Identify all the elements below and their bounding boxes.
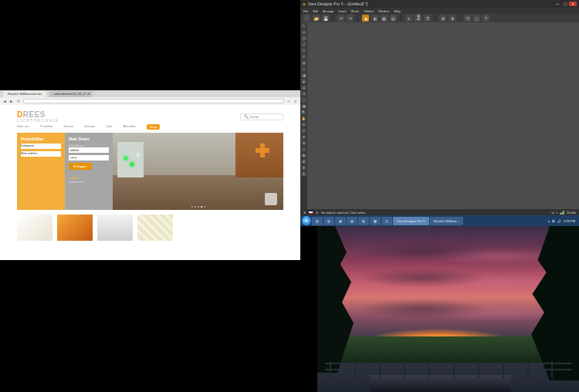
transparency-tool-icon[interactable]: ◌ — [301, 66, 306, 72]
task-5[interactable]: ▨ — [358, 217, 369, 225]
help-icon[interactable]: ? — [482, 15, 489, 22]
nav-jobs[interactable]: Jobs — [106, 124, 112, 130]
start-button[interactable]: ⊞ — [302, 216, 311, 225]
thumb-1[interactable] — [17, 215, 52, 241]
extra9-tool-icon[interactable]: ✣ — [301, 171, 306, 177]
task-1[interactable]: ▤ — [312, 217, 323, 225]
menu-insert[interactable]: Insert — [339, 9, 347, 13]
close-button[interactable]: ✕ — [569, 2, 577, 6]
snap-icon[interactable]: ❖ — [449, 15, 455, 22]
menu-file[interactable]: File — [303, 9, 308, 13]
browser-tab-1[interactable]: Herzlich Willkommen bei — [3, 91, 46, 97]
system-tray[interactable]: ▴ 🖧 🔊 2:09 PM — [548, 219, 577, 223]
nav-contact[interactable]: Kontakt — [85, 124, 96, 130]
tray-chevron-icon[interactable]: ▴ — [548, 219, 550, 223]
menu-share[interactable]: Share — [351, 9, 360, 13]
fill-tool-icon[interactable]: ◍ — [301, 60, 306, 66]
back-icon[interactable]: ◀ — [2, 99, 7, 103]
minimize-button[interactable]: — — [554, 2, 561, 6]
menu-utilities[interactable]: Utilities — [364, 9, 374, 13]
canvas-area[interactable] — [307, 22, 579, 209]
reload-icon[interactable]: ⟳ — [16, 99, 21, 103]
thumb-3[interactable] — [97, 215, 133, 241]
email-field[interactable] — [69, 147, 109, 153]
password-field[interactable] — [69, 155, 109, 161]
photo-tool-icon[interactable]: ▣ — [301, 103, 306, 109]
align-center-icon[interactable]: ≣ — [415, 15, 422, 22]
color-none-icon[interactable]: ⊘ — [316, 211, 318, 215]
gallery-icon[interactable]: ▢ — [473, 15, 480, 22]
blend-tool-icon[interactable]: ≋ — [301, 91, 306, 96]
nav-about[interactable]: Über uns — [17, 124, 29, 130]
tray-volume-icon[interactable]: 🔊 — [557, 219, 561, 223]
zoom-tool-icon[interactable]: 🔍 — [301, 110, 306, 115]
task-6[interactable]: ▩ — [370, 217, 381, 225]
tray-network-icon[interactable]: 🖧 — [552, 219, 555, 223]
extra5-tool-icon[interactable]: ☆ — [301, 147, 306, 152]
forward-icon[interactable]: ▶ — [9, 99, 14, 103]
bevel-tool-icon[interactable]: ◈ — [301, 79, 306, 84]
snap-indicator-icon[interactable]: ⌖ — [556, 211, 557, 215]
task-3[interactable]: ▦ — [335, 217, 346, 225]
extra7-tool-icon[interactable]: ✜ — [301, 159, 306, 164]
browser-tab-2[interactable]: safari-bestell-13_04_27.rtf — [49, 91, 93, 97]
live-drag-icon[interactable]: ⇲ — [551, 211, 554, 215]
nav-shop[interactable]: Shop — [147, 124, 160, 130]
undo-icon[interactable]: ↶ — [337, 15, 344, 22]
maximize-button[interactable]: ▢ — [561, 2, 569, 6]
contour-tool-icon[interactable]: ◎ — [301, 85, 306, 90]
star-icon[interactable]: ☆ — [286, 99, 291, 103]
status-swatch-icon[interactable]: ❉ — [303, 211, 306, 215]
grid-icon[interactable]: ⊞ — [439, 15, 446, 22]
url-input[interactable] — [23, 99, 284, 103]
align-right-icon[interactable]: ☰ — [424, 15, 431, 22]
menu-arrange[interactable]: Arrange — [323, 9, 334, 13]
nav-service[interactable]: Service — [63, 124, 73, 130]
site-logo[interactable]: DREES LICHTTECHNIK — [17, 110, 59, 123]
filter-field-2[interactable]: Bitte wählen — [21, 151, 61, 157]
shape-tool-icon[interactable]: ▭ — [301, 29, 306, 35]
open-icon[interactable]: 📂 — [313, 15, 320, 22]
thumb-4[interactable] — [137, 215, 173, 241]
task-xara[interactable]: Xara Designer Pro X — [393, 217, 429, 225]
nav-products[interactable]: Produkte — [40, 124, 52, 130]
shadow-tool-icon[interactable]: ◪ — [301, 73, 306, 78]
new-icon[interactable]: ▫ — [303, 15, 310, 22]
highlight-tool-icon[interactable]: ◉ — [362, 15, 369, 22]
menu-icon[interactable]: ≡ — [293, 99, 298, 103]
text-tool-icon[interactable]: T — [301, 54, 306, 59]
nav-news[interactable]: Aktuelles — [124, 124, 136, 130]
menu-help[interactable]: Help — [394, 9, 400, 13]
thumb-2[interactable] — [57, 215, 93, 241]
extra2-tool-icon[interactable]: ✧ — [301, 128, 306, 133]
selector-tool-icon[interactable]: ↖ — [301, 23, 306, 29]
ellipse-tool-icon[interactable]: ◯ — [301, 35, 306, 41]
login-button[interactable]: Einloggen — [69, 163, 92, 170]
align-left-icon[interactable]: ≡ — [405, 15, 412, 22]
tool-a-icon[interactable]: ◐ — [371, 15, 378, 22]
tool-b-icon[interactable]: ▦ — [381, 15, 388, 22]
task-7[interactable]: ◫ — [381, 217, 392, 225]
mould-tool-icon[interactable]: ⬚ — [301, 97, 306, 103]
layers-icon[interactable]: ☷ — [464, 15, 471, 22]
extra6-tool-icon[interactable]: ✚ — [301, 153, 306, 158]
filter-field-1[interactable]: Kategorie — [21, 144, 61, 149]
menu-window[interactable]: Window — [378, 9, 389, 13]
redo-icon[interactable]: ↷ — [347, 15, 354, 22]
search-input[interactable] — [250, 115, 279, 119]
signup-cta[interactable]: ▸ Jetzt Kunde werden — [69, 176, 109, 184]
site-search[interactable]: 🔍 — [240, 113, 283, 120]
task-browser[interactable]: Herzlich Willkom… — [430, 217, 464, 225]
pen-tool-icon[interactable]: ✎ — [301, 48, 306, 53]
save-icon[interactable]: 💾 — [322, 15, 329, 22]
push-tool-icon[interactable]: ✋ — [301, 116, 306, 121]
task-4[interactable]: ▧ — [347, 217, 357, 225]
extra1-tool-icon[interactable]: ✶ — [301, 122, 306, 127]
tool-c-icon[interactable]: ▤ — [390, 15, 397, 22]
menu-edit[interactable]: Edit — [313, 9, 318, 13]
extra4-tool-icon[interactable]: ★ — [301, 140, 306, 146]
task-2[interactable]: ▥ — [323, 217, 334, 225]
carousel-dots[interactable] — [191, 206, 205, 208]
line-tool-icon[interactable]: ╱ — [301, 42, 306, 47]
extra3-tool-icon[interactable]: ✦ — [301, 134, 306, 140]
